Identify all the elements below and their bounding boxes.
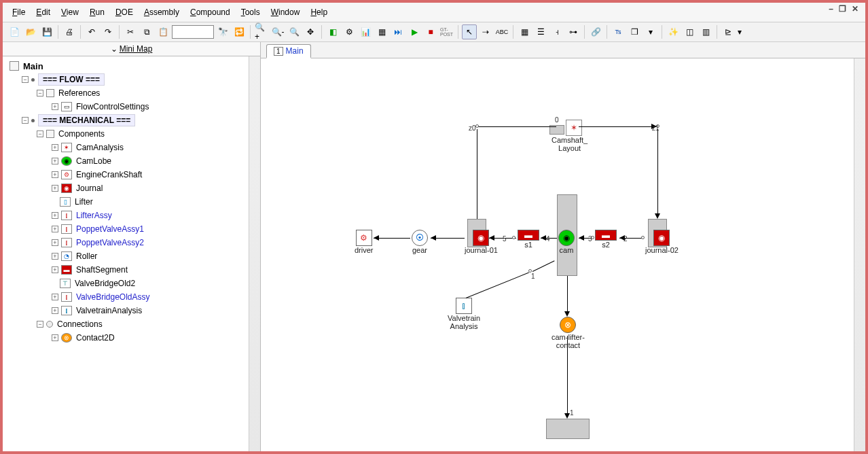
- tree-valvebridgeoldassy[interactable]: +⫿ ValveBridgeOldAssy: [7, 290, 260, 304]
- node-bottom-block[interactable]: [546, 419, 590, 439]
- tree-flowcontrolsettings[interactable]: +▭ FlowControlSettings: [7, 100, 260, 114]
- tree-shaftsegment[interactable]: +▬ ShaftSegment: [7, 263, 260, 277]
- new-file-icon[interactable]: 📄: [7, 24, 22, 39]
- more-icon[interactable]: ▾: [737, 24, 742, 39]
- save-icon[interactable]: 💾: [39, 24, 54, 39]
- tree-journal[interactable]: +◉ Journal: [7, 181, 260, 195]
- tab-main[interactable]: 1 Main: [266, 44, 311, 58]
- minimize-button[interactable]: –: [829, 4, 833, 14]
- zoom-out-icon[interactable]: 🔍-: [270, 24, 285, 39]
- node-journal01[interactable]: ◉journal-01: [465, 230, 498, 254]
- node-s2[interactable]: ▬s2: [595, 230, 617, 249]
- gear-icon[interactable]: ⚙: [342, 24, 357, 39]
- zoom-in-icon[interactable]: 🔍+: [254, 24, 269, 39]
- tree-camanalysis[interactable]: +✶ CamAnalysis: [7, 141, 260, 154]
- label-z0: z0: [469, 124, 476, 132]
- tree-camlobe[interactable]: +◉ CamLobe: [7, 154, 260, 168]
- dropdown-icon[interactable]: ▾: [643, 24, 658, 39]
- menu-help[interactable]: Help: [306, 5, 331, 19]
- play-icon[interactable]: ▶: [407, 24, 422, 39]
- tree-valvetrainanalysis[interactable]: +⫿ ValvetrainAnalysis: [7, 304, 260, 317]
- cut-icon[interactable]: ✂: [123, 24, 138, 39]
- undo-icon[interactable]: ↶: [84, 24, 99, 39]
- window-controls: – ❐ ✕: [829, 4, 858, 14]
- node-valvetrainanalysis[interactable]: ⫿ Valvetrain Analysis: [448, 298, 480, 330]
- tree-view-icon[interactable]: ⊵: [721, 24, 736, 39]
- menu-run[interactable]: Run: [86, 5, 109, 19]
- node-gear[interactable]: ⦿gear: [412, 230, 428, 254]
- binoculars-icon[interactable]: 🔭: [215, 24, 230, 39]
- tree-section-mechanical[interactable]: − === MECHANICAL ===: [7, 114, 260, 127]
- link-check-icon[interactable]: 🔗: [588, 24, 603, 39]
- tree-poppetvalveassy2[interactable]: +⫿ PoppetValveAssy2: [7, 236, 260, 249]
- link-tool-icon[interactable]: ⇢: [478, 24, 493, 39]
- tree-connections[interactable]: − Connections: [7, 317, 260, 331]
- tree-lifter[interactable]: ▯ Lifter: [7, 195, 260, 209]
- chart-icon[interactable]: 📊: [358, 24, 373, 39]
- node-camliftercontact[interactable]: ⊗ cam-lifter- contact: [551, 317, 585, 349]
- new-window-icon[interactable]: ✨: [666, 24, 681, 39]
- toolbar: 📄 📂 💾 🖨 ↶ ↷ ✂ ⧉ 📋 🔭 🔁 🔍+ 🔍- 🔍 ✥ ◧ ⚙ 📊 ▦ …: [3, 22, 865, 42]
- table-icon[interactable]: ▦: [374, 24, 389, 39]
- step-icon[interactable]: ⏭: [391, 24, 405, 39]
- chevron-down-icon: ⌄: [111, 44, 117, 54]
- connector-icon[interactable]: ⊶: [566, 24, 581, 39]
- print-icon[interactable]: 🖨: [62, 24, 77, 39]
- project-tree[interactable]: Main − === FLOW === − References +▭ Flow…: [3, 56, 260, 347]
- diagram-canvas[interactable]: ✶ Camshaft_ Layout 0 z0 z1 ⚙driver: [261, 58, 865, 453]
- list-icon[interactable]: ☰: [533, 24, 548, 39]
- menu-edit[interactable]: Edit: [32, 5, 54, 19]
- menu-compound[interactable]: Compound: [186, 5, 234, 19]
- run-setup-icon[interactable]: ◧: [325, 24, 340, 39]
- tree-roller[interactable]: +◔ Roller: [7, 249, 260, 263]
- menubar: File Edit View Run DOE Assembly Compound…: [3, 3, 865, 22]
- align-icon[interactable]: ⫞: [549, 24, 564, 39]
- copy-icon[interactable]: ⧉: [139, 24, 154, 39]
- sidebar: ⌄ Mini Map ▴ Main − === FLOW === − Refer…: [3, 42, 261, 453]
- tree-poppetvalveassy1[interactable]: +⫿ PoppetValveAssy1: [7, 222, 260, 236]
- tree-section-flow[interactable]: − === FLOW ===: [7, 73, 260, 86]
- pointer-icon[interactable]: ↖: [462, 24, 477, 39]
- find-replace-icon[interactable]: 🔁: [232, 24, 247, 39]
- node-camshaftlayout[interactable]: ✶ Camshaft_ Layout: [560, 120, 587, 152]
- tab-bar: 1 Main: [261, 42, 865, 58]
- pan-icon[interactable]: ✥: [303, 24, 318, 39]
- stop-icon[interactable]: ■: [423, 24, 438, 39]
- zoom-fit-icon[interactable]: 🔍: [287, 24, 302, 39]
- tree-root-main[interactable]: Main: [7, 59, 260, 73]
- gtpost-icon[interactable]: GT-POST: [439, 24, 454, 39]
- tree-lifterassy[interactable]: +⫿ LifterAssy: [7, 209, 260, 222]
- node-s1[interactable]: ▬s1: [518, 230, 539, 249]
- minimap-header[interactable]: ⌄ Mini Map: [3, 42, 260, 56]
- text-label-icon[interactable]: ABC: [494, 24, 509, 39]
- close-button[interactable]: ✕: [852, 4, 858, 14]
- menu-assembly[interactable]: Assembly: [140, 5, 183, 19]
- ts-icon[interactable]: Ts: [611, 24, 626, 39]
- tree-contact2d[interactable]: +⊗ Contact2D: [7, 331, 260, 345]
- menu-doe[interactable]: DOE: [111, 5, 137, 19]
- scroll-up-icon[interactable]: ▴: [255, 58, 258, 65]
- open-folder-icon[interactable]: 📂: [23, 24, 38, 39]
- menu-view[interactable]: View: [57, 5, 83, 19]
- tree-references[interactable]: − References: [7, 86, 260, 100]
- node-journal02[interactable]: ◉journal-02: [645, 230, 679, 254]
- split-view-icon[interactable]: ◫: [682, 24, 697, 39]
- grid-icon[interactable]: ▦: [517, 24, 532, 39]
- node-cam[interactable]: ◉cam: [558, 230, 575, 254]
- menu-tools[interactable]: Tools: [237, 5, 264, 19]
- tree-enginecrankshaft[interactable]: +⚙ EngineCrankShaft: [7, 168, 260, 181]
- paste-icon[interactable]: 📋: [156, 24, 170, 39]
- restore-button[interactable]: ❐: [839, 4, 846, 14]
- redo-icon[interactable]: ↷: [101, 24, 115, 39]
- tree-components[interactable]: − Components: [7, 127, 260, 141]
- menu-window[interactable]: Window: [267, 5, 304, 19]
- menu-file[interactable]: File: [8, 5, 29, 19]
- layers-icon[interactable]: ❒: [627, 24, 642, 39]
- search-input[interactable]: [172, 25, 214, 39]
- tree-valvebridgeold2[interactable]: ⊤ ValveBridgeOld2: [7, 277, 260, 290]
- node-driver[interactable]: ⚙driver: [355, 230, 374, 254]
- columns-icon[interactable]: ▥: [698, 24, 713, 39]
